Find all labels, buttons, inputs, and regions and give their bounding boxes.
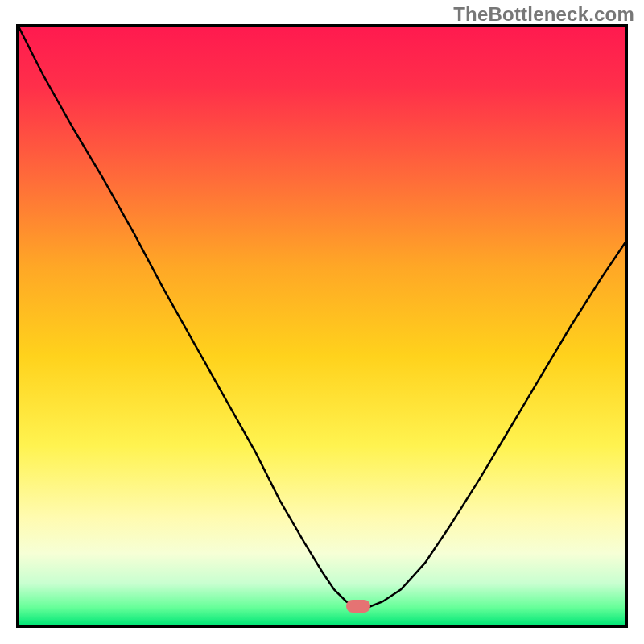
minimum-marker bbox=[346, 600, 370, 613]
watermark-text: TheBottleneck.com bbox=[453, 3, 634, 26]
bottleneck-curve bbox=[19, 27, 625, 625]
plot-area bbox=[16, 24, 628, 628]
chart-container: TheBottleneck.com bbox=[0, 0, 644, 644]
